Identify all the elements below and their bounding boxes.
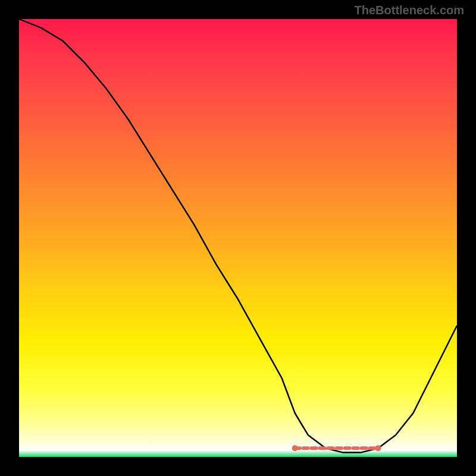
curve-path — [19, 19, 457, 453]
bottleneck-curve-svg — [19, 19, 457, 457]
chart-plot-area — [19, 19, 457, 457]
watermark-text: TheBottleneck.com — [355, 4, 464, 17]
